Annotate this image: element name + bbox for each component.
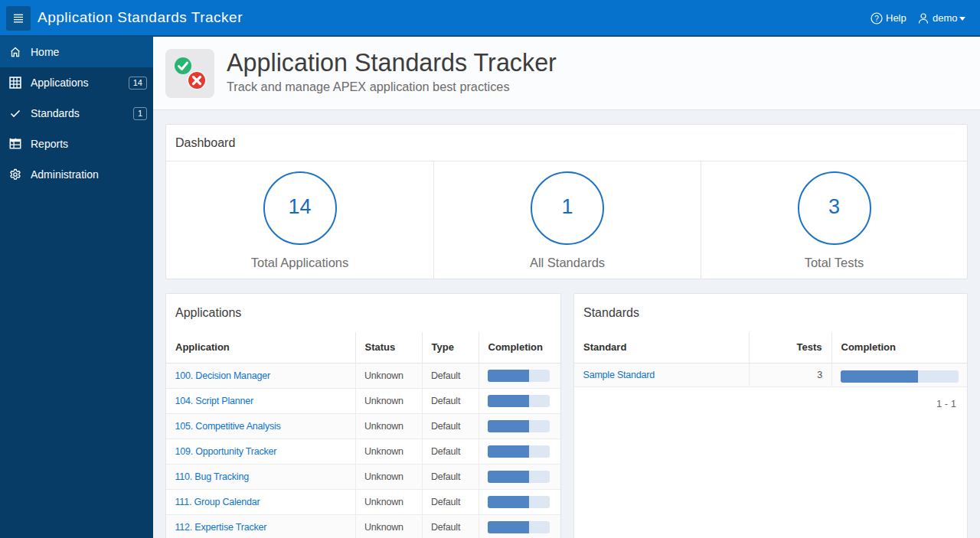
svg-text:?: ? [874, 15, 879, 23]
